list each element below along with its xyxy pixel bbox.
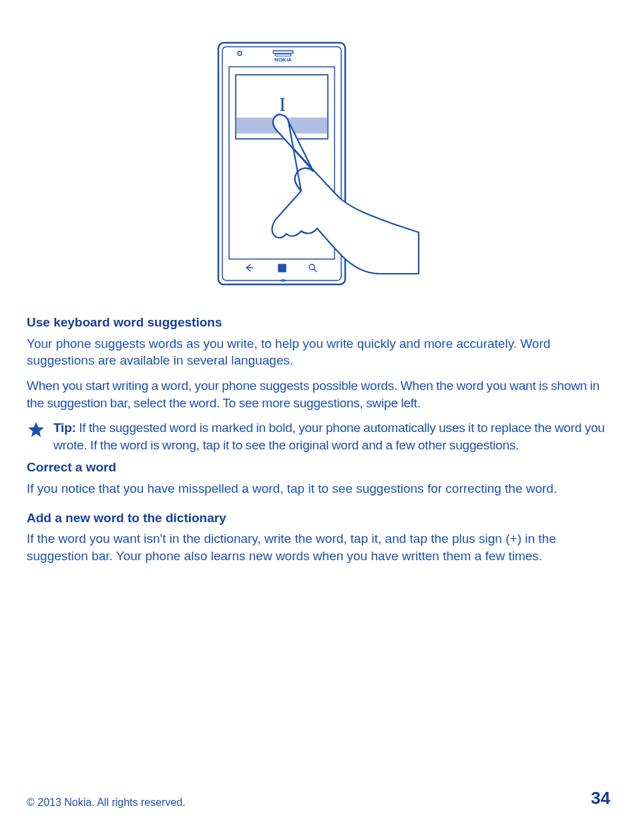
svg-marker-13 — [28, 422, 43, 437]
star-icon — [27, 421, 45, 444]
svg-rect-10 — [278, 268, 282, 272]
typed-char: I — [279, 93, 286, 115]
phone-svg: NOKIA I — [212, 40, 425, 287]
brand-label: NOKIA — [274, 57, 292, 63]
para-intro: Your phone suggests words as you write, … — [27, 335, 610, 369]
tip-body: If the suggested word is marked in bold,… — [53, 421, 605, 452]
copyright-text: © 2013 Nokia. All rights reserved. — [27, 795, 186, 810]
page-number: 34 — [591, 787, 610, 810]
para-swipe: When you start writing a word, your phon… — [27, 377, 610, 411]
para-add-word: If the word you want isn't in the dictio… — [27, 530, 610, 564]
tip-block: Tip: If the suggested word is marked in … — [27, 419, 610, 453]
svg-rect-9 — [282, 264, 286, 268]
page-footer: © 2013 Nokia. All rights reserved. 34 — [27, 787, 610, 810]
tip-label: Tip: — [53, 421, 76, 435]
tip-text: Tip: If the suggested word is marked in … — [53, 419, 610, 453]
para-correct: If you notice that you have misspelled a… — [27, 480, 610, 497]
heading-correct-word: Correct a word — [27, 459, 610, 476]
svg-rect-11 — [282, 268, 286, 272]
windows-icon — [278, 264, 282, 268]
heading-use-keyboard: Use keyboard word suggestions — [27, 314, 610, 331]
phone-illustration: NOKIA I — [27, 40, 610, 287]
heading-add-word: Add a new word to the dictionary — [27, 509, 610, 527]
